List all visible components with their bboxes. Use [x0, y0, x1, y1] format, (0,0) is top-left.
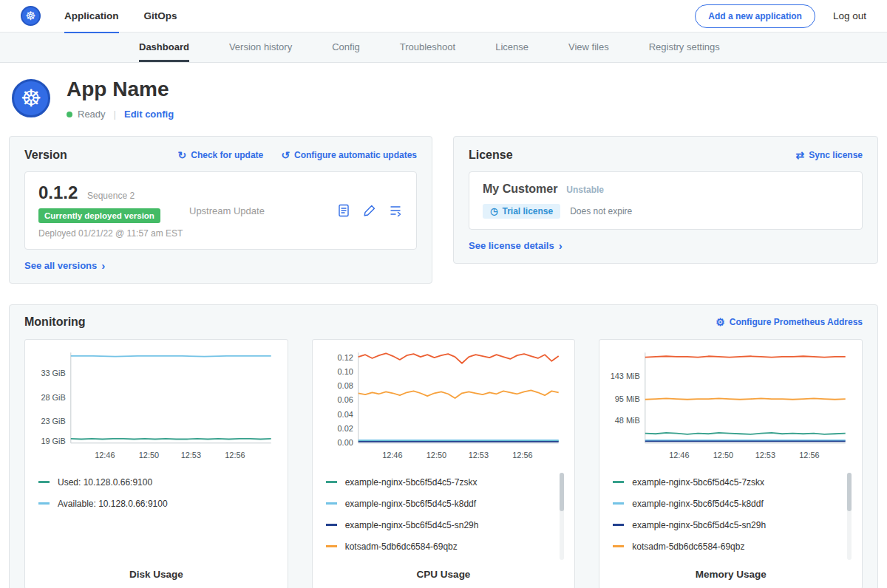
svg-text:95 MiB: 95 MiB — [615, 394, 640, 403]
chart-title: Disk Usage — [34, 569, 279, 580]
app-info: App Name Ready | Edit config — [67, 76, 174, 120]
cpu-usage-chart: 0.000.020.040.060.080.100.1212:4612:5012… — [322, 347, 566, 464]
customer-row: My Customer Unstable — [483, 182, 849, 196]
subnav-tab-dashboard[interactable]: Dashboard — [139, 33, 189, 62]
auto-update-icon: ↺ — [281, 150, 290, 160]
trial-license-badge: ◷ Trial license — [483, 204, 560, 219]
legend-label: example-nginx-5bc6f5d4c5-k8ddf — [632, 499, 763, 509]
see-all-versions-link[interactable]: See all versions › — [24, 260, 105, 271]
legend-scrollbar[interactable] — [560, 473, 564, 560]
diff-icon[interactable] — [388, 203, 403, 218]
svg-text:12:46: 12:46 — [670, 451, 690, 459]
svg-text:12:50: 12:50 — [713, 451, 733, 459]
see-license-details-link[interactable]: See license details › — [469, 240, 563, 251]
license-details-box: My Customer Unstable ◷ Trial license Doe… — [469, 171, 863, 230]
logout-button[interactable]: Log out — [833, 10, 866, 21]
subnav-tab-troubleshoot[interactable]: Troubleshoot — [400, 33, 455, 62]
top-tab-application[interactable]: Application — [64, 0, 119, 33]
legend-color-dash — [613, 524, 624, 526]
svg-text:0.08: 0.08 — [337, 381, 353, 390]
current-version-box: 0.1.2 Sequence 2 Currently deployed vers… — [24, 171, 417, 250]
legend-item[interactable]: example-nginx-5bc6f5d4c5-7zskx — [326, 471, 556, 493]
config-edit-icon[interactable] — [362, 203, 377, 218]
legend-item[interactable]: example-nginx-5bc6f5d4c5-sn29h — [613, 514, 843, 536]
monitoring-title: Monitoring — [24, 315, 86, 329]
version-card-title: Version — [24, 148, 67, 162]
sync-license-link[interactable]: ⇄ Sync license — [796, 150, 863, 160]
svg-text:0.02: 0.02 — [337, 424, 353, 433]
subnav-tab-license[interactable]: License — [495, 33, 529, 62]
legend-item[interactable]: kotsadm-5db6dc6584-69qbz — [326, 536, 556, 557]
sync-icon: ⇄ — [796, 150, 805, 160]
legend-label: example-nginx-5bc6f5d4c5-7zskx — [632, 477, 764, 488]
legend-label: example-nginx-5bc6f5d4c5-k8ddf — [345, 499, 476, 509]
configure-automatic-updates-link[interactable]: ↺ Configure automatic updates — [281, 150, 417, 160]
legend-item[interactable]: example-nginx-5bc6f5d4c5-k8ddf — [613, 493, 843, 514]
subnav-tab-version-history[interactable]: Version history — [229, 33, 292, 62]
subnav-tab-config[interactable]: Config — [332, 33, 360, 62]
svg-text:12:56: 12:56 — [225, 451, 245, 459]
legend-item[interactable]: Used: 10.128.0.66:9100 — [38, 471, 268, 493]
top-nav-tabs: Application GitOps — [64, 0, 203, 33]
svg-text:0.06: 0.06 — [337, 395, 353, 404]
legend-color-dash — [326, 545, 337, 547]
svg-text:48 MiB: 48 MiB — [615, 416, 640, 425]
license-card-title: License — [469, 148, 513, 162]
monitoring-panel: Monitoring ⚙ Configure Prometheus Addres… — [9, 304, 878, 588]
license-expiry: Does not expire — [570, 206, 632, 216]
version-number: 0.1.2 — [38, 182, 78, 202]
version-card-actions: ↻ Check for update ↺ Configure automatic… — [178, 150, 418, 160]
check-for-update-link[interactable]: ↻ Check for update — [178, 150, 264, 160]
app-logo: ☸ — [12, 79, 50, 117]
scrollbar-thumb[interactable] — [847, 473, 852, 511]
svg-text:23 GiB: 23 GiB — [41, 417, 65, 425]
svg-text:143 MiB: 143 MiB — [611, 372, 640, 380]
release-notes-icon[interactable] — [336, 203, 351, 218]
legend-color-dash — [613, 545, 624, 547]
page-title: App Name — [67, 78, 174, 101]
legend-label: kotsadm-5db6dc6584-69qbz — [632, 541, 744, 552]
legend-item[interactable]: example-nginx-5bc6f5d4c5-sn29h — [326, 514, 556, 536]
legend-scrollbar[interactable] — [847, 473, 852, 560]
disk-usage-chart: 19 GiB23 GiB28 GiB33 GiB12:4612:5012:531… — [34, 347, 279, 464]
svg-text:12:53: 12:53 — [181, 451, 201, 459]
dashboard-cards-row: Version ↻ Check for update ↺ Configure a… — [0, 131, 887, 284]
channel-label: Unstable — [566, 185, 604, 195]
configure-prometheus-link[interactable]: ⚙ Configure Prometheus Address — [716, 317, 863, 327]
gear-icon: ⚙ — [716, 317, 725, 327]
version-details: 0.1.2 Sequence 2 Currently deployed vers… — [38, 182, 189, 239]
deployed-version-badge: Currently deployed version — [38, 208, 160, 223]
svg-text:12:56: 12:56 — [512, 451, 532, 459]
subnav-tab-registry-settings[interactable]: Registry settings — [649, 33, 720, 62]
legend-color-dash — [613, 502, 624, 505]
subnav-tab-view-files[interactable]: View files — [568, 33, 609, 62]
legend-item[interactable]: kotsadm-5db6dc6584-69qbz — [613, 536, 843, 557]
version-card: Version ↻ Check for update ↺ Configure a… — [9, 136, 432, 284]
refresh-icon: ↻ — [178, 150, 187, 160]
legend-item[interactable]: example-nginx-5bc6f5d4c5-k8ddf — [326, 493, 556, 514]
svg-text:12:50: 12:50 — [426, 451, 446, 459]
kubernetes-wheel-icon: ☸ — [25, 10, 35, 22]
divider: | — [114, 109, 116, 120]
svg-text:33 GiB: 33 GiB — [41, 369, 65, 377]
svg-text:12:46: 12:46 — [95, 451, 115, 459]
app-header: ☸ App Name Ready | Edit config — [0, 63, 887, 131]
version-card-header: Version ↻ Check for update ↺ Configure a… — [24, 148, 417, 162]
scrollbar-thumb[interactable] — [560, 473, 564, 511]
top-tab-gitops[interactable]: GitOps — [144, 0, 177, 33]
charts-row: 19 GiB23 GiB28 GiB33 GiB12:4612:5012:531… — [24, 339, 863, 588]
app-sub-nav: Dashboard Version history Config Trouble… — [0, 33, 887, 63]
see-all-versions-label: See all versions — [24, 260, 97, 271]
license-meta-row: ◷ Trial license Does not expire — [483, 204, 849, 219]
legend-item[interactable]: example-nginx-5bc6f5d4c5-7zskx — [613, 471, 843, 493]
ready-status-dot — [67, 112, 72, 117]
legend-item[interactable]: Available: 10.128.0.66:9100 — [38, 493, 268, 514]
disk-usage-legend: Used: 10.128.0.66:9100Available: 10.128.… — [34, 470, 279, 563]
configure-prometheus-label: Configure Prometheus Address — [730, 317, 863, 327]
legend-label: kotsadm-5db6dc6584-69qbz — [345, 541, 458, 552]
legend-color-dash — [613, 481, 624, 483]
edit-config-link[interactable]: Edit config — [124, 109, 174, 120]
add-application-button[interactable]: Add a new application — [695, 4, 815, 28]
monitoring-header: Monitoring ⚙ Configure Prometheus Addres… — [24, 315, 863, 329]
legend-color-dash — [38, 481, 50, 483]
